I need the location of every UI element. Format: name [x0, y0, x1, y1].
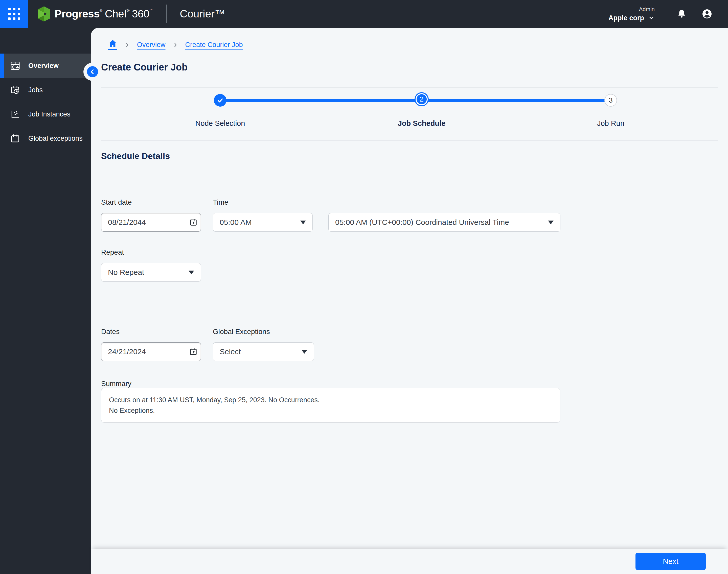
start-date-group: Start date: [101, 198, 201, 232]
chevron-left-icon: [87, 66, 98, 77]
breadcrumb-create-courier-job-link[interactable]: Create Courier Job: [185, 41, 243, 49]
step-label-job-schedule: Job Schedule: [398, 119, 446, 128]
dates-group: Dates: [101, 328, 201, 361]
chevron-right-icon: [124, 42, 130, 48]
start-date-input[interactable]: [101, 213, 186, 232]
summary-box: Occurs on at 11:30 AM UST, Monday, Sep 2…: [101, 388, 560, 423]
time-label: Time: [213, 198, 313, 206]
calendar-picker-icon: [189, 347, 198, 356]
divider: [101, 295, 718, 295]
calendar-picker-icon: [189, 218, 198, 227]
product-name: Courier™: [180, 8, 225, 20]
global-exceptions-value: Select: [220, 347, 241, 356]
home-icon: [108, 39, 117, 48]
time-group: Time 05:00 AM: [213, 198, 313, 232]
global-exceptions-label: Global Exceptions: [213, 328, 314, 336]
repeat-value: No Repeat: [108, 268, 144, 277]
step-job-schedule-indicator[interactable]: 2: [416, 93, 428, 105]
repeat-row: Repeat No Repeat: [101, 248, 718, 282]
summary-line-1: Occurs on at 11:30 AM UST, Monday, Sep 2…: [109, 395, 552, 405]
brand-wordmark: Progress®Chef®360℠: [54, 8, 153, 20]
page-title: Create Courier Job: [101, 62, 718, 73]
header-right-cluster: Admin Apple corp: [608, 5, 728, 23]
step-label-node-selection: Node Selection: [195, 119, 245, 128]
header-divider: [664, 5, 664, 23]
caret-down-icon: [302, 350, 307, 354]
schedule-row: Start date: [101, 198, 718, 232]
org-switcher[interactable]: Admin Apple corp: [608, 6, 655, 22]
waffle-icon: [8, 8, 20, 20]
time-value: 05:00 AM: [220, 218, 252, 227]
step-label-job-run: Job Run: [597, 119, 624, 128]
start-date-calendar-button[interactable]: [186, 213, 201, 232]
breadcrumb: Overview Create Courier Job: [91, 28, 728, 50]
org-name-label: Apple corp: [608, 14, 644, 22]
breadcrumb-overview-link[interactable]: Overview: [137, 41, 165, 49]
sidebar-item-jobs[interactable]: Jobs: [0, 78, 91, 102]
section-title: Schedule Details: [101, 151, 718, 161]
timezone-select[interactable]: 05:00 AM (UTC+00:00) Coordinated Univers…: [329, 213, 561, 232]
sidebar-item-label: Jobs: [28, 86, 43, 94]
brand-logo: Progress®Chef®360℠: [37, 6, 153, 22]
sidebar-item-label: Job Instances: [28, 111, 71, 118]
chevron-down-icon: [648, 15, 655, 21]
top-header-bar: Progress®Chef®360℠ Courier™ Admin Apple …: [0, 0, 728, 28]
next-button[interactable]: Next: [636, 553, 706, 570]
start-date-label: Start date: [101, 198, 201, 206]
wizard-footer: Next: [91, 549, 728, 574]
repeat-group: Repeat No Repeat: [101, 248, 201, 282]
summary-line-2: No Exceptions.: [109, 405, 552, 416]
check-icon: [217, 97, 224, 104]
jobs-calendar-clock-icon: [10, 84, 21, 95]
time-select[interactable]: 05:00 AM: [213, 213, 313, 232]
app-launcher-button[interactable]: [0, 0, 28, 28]
sidebar-item-label: Overview: [28, 62, 59, 70]
summary-section: Summary Occurs on at 11:30 AM UST, Monda…: [101, 380, 718, 423]
calendar-icon: [10, 133, 21, 144]
caret-down-icon: [300, 220, 306, 224]
divider: [101, 140, 718, 141]
dates-calendar-button[interactable]: [186, 342, 201, 361]
sidebar-item-label: Global exceptions: [28, 135, 83, 142]
breadcrumb-home-link[interactable]: [108, 39, 117, 50]
sidebar-nav: Overview Jobs: [0, 28, 91, 574]
account-menu-button[interactable]: [701, 8, 713, 20]
app-window: Progress®Chef®360℠ Courier™ Admin Apple …: [0, 0, 728, 574]
account-icon: [701, 8, 713, 20]
caret-down-icon: [189, 271, 194, 274]
repeat-select[interactable]: No Repeat: [101, 263, 201, 282]
global-exceptions-group: Global Exceptions Select: [213, 328, 314, 361]
step-number: 2: [420, 95, 424, 103]
overview-icon: [10, 60, 21, 71]
timezone-value: 05:00 AM (UTC+00:00) Coordinated Univers…: [335, 218, 509, 227]
notifications-button[interactable]: [677, 9, 687, 19]
dates-field: [101, 342, 201, 361]
dates-label: Dates: [101, 328, 201, 336]
dates-input[interactable]: [101, 342, 186, 361]
repeat-label: Repeat: [101, 248, 201, 256]
step-job-run-indicator[interactable]: 3: [604, 94, 617, 107]
header-divider: [166, 5, 166, 23]
caret-down-icon: [548, 220, 553, 224]
chevron-right-icon: [172, 42, 179, 48]
app-body: Overview Jobs: [0, 28, 728, 574]
sidebar-item-global-exceptions[interactable]: Global exceptions: [0, 126, 91, 151]
timezone-group: 05:00 AM (UTC+00:00) Coordinated Univers…: [329, 213, 561, 232]
global-exceptions-select[interactable]: Select: [213, 342, 314, 361]
bell-icon: [677, 9, 687, 19]
step-number: 3: [609, 96, 613, 104]
sidebar-item-overview[interactable]: Overview: [0, 53, 91, 78]
start-date-field: [101, 213, 201, 232]
sidebar-collapse-button[interactable]: [83, 63, 102, 81]
step-node-selection-indicator[interactable]: [214, 94, 227, 107]
summary-label: Summary: [101, 380, 131, 387]
progress-chevron-icon: [37, 6, 51, 22]
wizard-stepper: 2 3 Node Selection Job Schedule Job Run: [101, 88, 718, 140]
main-content: Overview Create Courier Job Create Couri…: [91, 28, 728, 574]
scatter-plot-icon: [10, 109, 21, 120]
user-role-label: Admin: [608, 6, 655, 13]
sidebar-item-job-instances[interactable]: Job Instances: [0, 102, 91, 126]
dates-row: Dates: [101, 328, 718, 361]
